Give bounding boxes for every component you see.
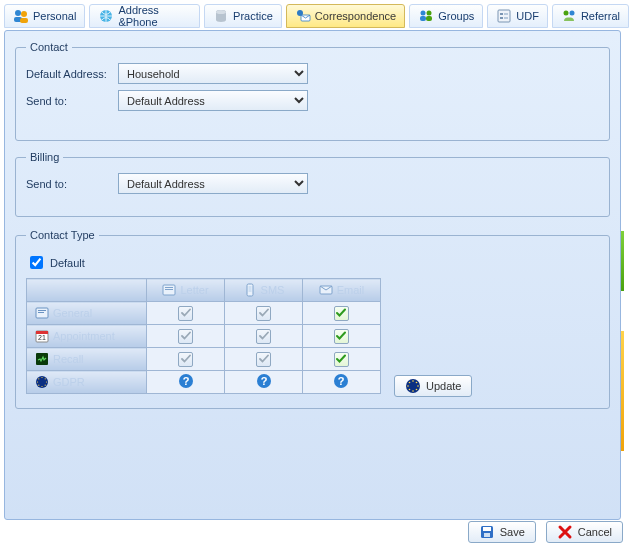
svg-rect-59: [484, 533, 490, 537]
row-header[interactable]: Recall: [27, 348, 147, 371]
row-header[interactable]: GDPR: [27, 371, 147, 394]
tab-groups[interactable]: Groups: [409, 4, 483, 28]
tab-label: Correspondence: [315, 10, 396, 22]
svg-rect-12: [426, 16, 432, 21]
svg-rect-28: [38, 312, 44, 313]
svg-text:?: ?: [182, 375, 189, 387]
table-cell: ?: [225, 371, 303, 394]
table-cell: ?: [147, 371, 225, 394]
checkbox-disabled: [256, 329, 271, 344]
tab-correspondence[interactable]: Correspondence: [286, 4, 405, 28]
col-email[interactable]: Email: [302, 279, 380, 302]
row-header[interactable]: General: [27, 302, 147, 325]
help-icon[interactable]: ?: [178, 373, 194, 391]
row-header[interactable]: 21Appointment: [27, 325, 147, 348]
table-cell: [225, 325, 303, 348]
svg-rect-3: [20, 18, 28, 23]
billing-sendto-combo[interactable]: Default Address: [118, 173, 308, 194]
billing-sendto-label: Send to:: [26, 178, 118, 190]
checkbox-checked[interactable]: [334, 306, 349, 321]
contact-type-group: Contact Type Default Letter: [15, 229, 610, 409]
sms-icon: [243, 283, 257, 297]
row-label: Appointment: [53, 330, 115, 342]
billing-legend: Billing: [26, 151, 63, 163]
update-button-label: Update: [426, 380, 461, 392]
update-button[interactable]: Update: [394, 375, 472, 397]
svg-rect-17: [504, 17, 508, 19]
save-icon: [479, 524, 495, 540]
contact-sendto-combo[interactable]: Default Address: [118, 90, 308, 111]
svg-rect-15: [500, 17, 503, 19]
contact-type-legend: Contact Type: [26, 229, 99, 241]
svg-point-53: [409, 382, 411, 384]
database-icon: [213, 8, 229, 24]
svg-text:21: 21: [38, 334, 46, 341]
default-address-combo[interactable]: Household: [118, 63, 308, 84]
save-button[interactable]: Save: [468, 521, 536, 543]
help-icon[interactable]: ?: [256, 373, 272, 391]
table-cell: [147, 325, 225, 348]
table-row: General: [27, 302, 381, 325]
side-marker-green: [621, 231, 624, 291]
contact-group: Contact Default Address: Household Send …: [15, 41, 610, 141]
svg-point-52: [417, 385, 419, 387]
row-icon: [35, 306, 49, 320]
row-icon: 21: [35, 329, 49, 343]
tab-label: Personal: [33, 10, 76, 22]
tab-udf[interactable]: UDF: [487, 4, 548, 28]
svg-point-9: [421, 11, 426, 16]
default-checkbox[interactable]: [30, 256, 43, 269]
row-label: General: [53, 307, 92, 319]
svg-rect-24: [248, 286, 251, 292]
checkbox-disabled: [256, 306, 271, 321]
checkbox-disabled: [178, 329, 193, 344]
tab-label: Practice: [233, 10, 273, 22]
table-cell: [302, 348, 380, 371]
svg-rect-11: [420, 16, 426, 21]
users-icon: [13, 8, 29, 24]
table-cell: [225, 302, 303, 325]
checkbox-checked[interactable]: [334, 352, 349, 367]
svg-point-34: [41, 377, 42, 378]
letter-icon: [162, 283, 176, 297]
svg-point-6: [216, 10, 226, 14]
svg-rect-21: [165, 287, 173, 288]
svg-point-37: [46, 381, 47, 382]
svg-point-1: [21, 11, 27, 17]
col-sms[interactable]: SMS: [225, 279, 303, 302]
tab-label: Groups: [438, 10, 474, 22]
help-icon[interactable]: ?: [333, 373, 349, 391]
contact-legend: Contact: [26, 41, 72, 53]
col-label: Email: [337, 284, 365, 296]
globe-icon: [98, 8, 114, 24]
cancel-button[interactable]: Cancel: [546, 521, 623, 543]
table-row: 21Appointment: [27, 325, 381, 348]
table-row: GDPR???: [27, 371, 381, 394]
tab-address-phone[interactable]: Address &Phone: [89, 4, 200, 28]
contact-type-table: Letter SMS Ema: [26, 278, 381, 394]
svg-point-0: [15, 10, 21, 16]
default-checkbox-label: Default: [50, 257, 85, 269]
svg-rect-22: [165, 289, 173, 290]
tab-personal[interactable]: Personal: [4, 4, 85, 28]
svg-rect-27: [38, 310, 46, 311]
checkbox-disabled: [178, 352, 193, 367]
tab-bar: Personal Address &Phone Practice Corresp…: [0, 0, 633, 28]
svg-text:?: ?: [260, 375, 267, 387]
svg-point-50: [412, 390, 414, 392]
referral-icon: [561, 8, 577, 24]
row-label: GDPR: [53, 376, 85, 388]
tab-referral[interactable]: Referral: [552, 4, 629, 28]
table-cell: ?: [302, 371, 380, 394]
row-icon: [35, 352, 49, 366]
svg-rect-13: [498, 10, 510, 22]
col-letter[interactable]: Letter: [147, 279, 225, 302]
svg-point-18: [563, 11, 568, 16]
checkbox-checked[interactable]: [334, 329, 349, 344]
svg-point-19: [569, 11, 574, 16]
cancel-icon: [557, 524, 573, 540]
row-icon: [35, 375, 49, 389]
tab-label: UDF: [516, 10, 539, 22]
tab-practice[interactable]: Practice: [204, 4, 282, 28]
footer-buttons: Save Cancel: [468, 521, 623, 543]
